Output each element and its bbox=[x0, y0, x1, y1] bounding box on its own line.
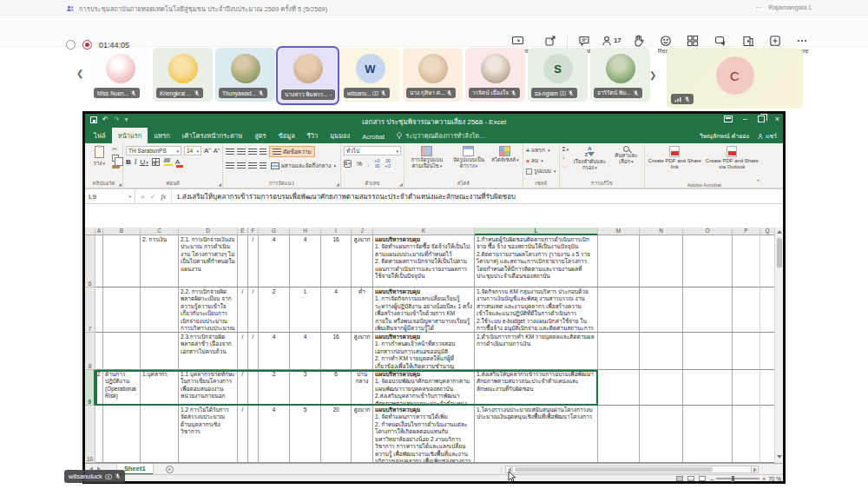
cell[interactable]: 1.ดำเนินการการทำ KM รายบุคคลและติดตามผลก… bbox=[475, 333, 598, 370]
dialog-launcher-icon[interactable]: ◢ bbox=[399, 182, 403, 187]
col-header[interactable]: J bbox=[352, 228, 373, 235]
filmstrip-next-icon[interactable]: ❯ bbox=[649, 70, 656, 80]
decrease-decimal-icon[interactable]: .00+.0 bbox=[385, 158, 390, 169]
row-header[interactable]: 10 bbox=[85, 406, 95, 463]
cell[interactable]: 3 bbox=[290, 370, 321, 406]
cell[interactable] bbox=[760, 235, 774, 287]
cell[interactable] bbox=[640, 333, 683, 370]
cell[interactable] bbox=[598, 235, 640, 287]
merge-center-button[interactable]: ผสานและจัดกึ่งกลาง bbox=[269, 160, 338, 171]
sort-filter-button[interactable]: AZ เรียงลำดับและกรอง bbox=[572, 146, 607, 171]
cell[interactable] bbox=[248, 370, 259, 406]
zoom-slider-thumb[interactable] bbox=[732, 476, 734, 482]
participant-tile-selected[interactable]: นางสาว พิมพรร... bbox=[278, 48, 338, 103]
cell-styles-button[interactable]: สไตล์เซลล์ bbox=[490, 146, 520, 163]
cell[interactable] bbox=[598, 333, 640, 370]
align-top-icon[interactable] bbox=[226, 149, 234, 155]
cell[interactable]: 20 bbox=[321, 406, 352, 463]
cell[interactable]: แผนบริหารควบคุม1. การกำหนดเจ้าหน้าที่ตรว… bbox=[373, 333, 475, 370]
col-header[interactable]: D bbox=[179, 228, 238, 235]
cell[interactable]: ต่ำ bbox=[352, 287, 373, 333]
col-header[interactable]: M bbox=[598, 228, 640, 235]
font-size-combo[interactable]: 14 bbox=[184, 146, 201, 155]
cell[interactable]: / bbox=[238, 287, 248, 333]
cell[interactable] bbox=[103, 333, 141, 370]
italic-button[interactable]: I bbox=[135, 158, 137, 166]
page-break-view-button[interactable] bbox=[699, 476, 706, 481]
row-header[interactable]: 7 bbox=[85, 287, 95, 333]
comma-icon[interactable]: , bbox=[367, 161, 369, 167]
cell[interactable]: 2 bbox=[95, 370, 103, 406]
insert-function-icon[interactable]: fx bbox=[161, 193, 166, 201]
cell[interactable] bbox=[248, 406, 259, 463]
delete-cells-button[interactable]: ×ลบ bbox=[526, 156, 556, 165]
name-box[interactable]: L9 ▾ bbox=[85, 189, 135, 203]
cell[interactable]: 16 bbox=[321, 235, 352, 287]
cell[interactable] bbox=[760, 406, 774, 463]
cell[interactable] bbox=[598, 370, 640, 406]
cell[interactable] bbox=[733, 235, 760, 287]
col-header[interactable]: P bbox=[733, 228, 760, 235]
vscroll-thumb[interactable] bbox=[777, 238, 782, 268]
format-as-table-button[interactable]: จัดรูปแบบเป็นตาราง bbox=[449, 146, 489, 169]
cell[interactable]: แผนบริหารควบคุม1. จัดทำแผนการหารายได้เพิ… bbox=[373, 406, 475, 463]
align-middle-icon[interactable] bbox=[237, 149, 246, 155]
cell[interactable]: 4 bbox=[290, 333, 321, 370]
cell[interactable] bbox=[733, 406, 760, 463]
cell[interactable]: 16 bbox=[321, 333, 352, 370]
cell[interactable] bbox=[760, 287, 774, 333]
align-right-icon[interactable] bbox=[248, 162, 257, 169]
tab-view[interactable]: มุมมอง bbox=[324, 128, 356, 143]
tab-acrobat[interactable]: Acrobat bbox=[356, 130, 391, 143]
col-header[interactable]: A bbox=[95, 228, 103, 235]
participant-tile[interactable]: Thunyawad... bbox=[215, 48, 275, 102]
cell[interactable]: ด้านการปฏิบัติงาน (Operational Risk) bbox=[103, 370, 141, 406]
vertical-scrollbar[interactable] bbox=[774, 228, 783, 463]
fill-down-icon[interactable]: ↓ bbox=[562, 154, 569, 160]
increase-decimal-icon[interactable]: +.0.00 bbox=[374, 158, 379, 169]
col-header[interactable]: E bbox=[238, 228, 248, 235]
scrollbar-splitter[interactable]: ⋮ bbox=[498, 466, 503, 472]
cell[interactable] bbox=[733, 333, 760, 370]
zoom-out-icon[interactable]: – bbox=[710, 476, 713, 482]
insert-cells-button[interactable]: +แทรก bbox=[526, 146, 556, 155]
cell[interactable] bbox=[95, 406, 103, 463]
align-center-icon[interactable] bbox=[237, 162, 246, 169]
cell[interactable]: ปานกลาง bbox=[352, 370, 373, 406]
tell-me-box[interactable]: ระบุว่าคุณต้องการทำสิ่งใด... bbox=[396, 130, 484, 143]
format-cells-button[interactable]: รูปแบบ bbox=[526, 167, 556, 175]
grow-font-icon[interactable]: Aˆ bbox=[204, 147, 211, 155]
participant-tile[interactable]: นาง กุลิษา ศ... bbox=[403, 48, 463, 102]
normal-view-button[interactable] bbox=[676, 476, 683, 481]
underline-button[interactable]: U bbox=[140, 158, 148, 166]
row-header[interactable]: 8 bbox=[85, 333, 95, 370]
cell[interactable] bbox=[640, 235, 683, 287]
participant-tile[interactable]: อาริรัตน์ พิม... bbox=[590, 48, 650, 102]
cell[interactable]: แผนบริหารควบคุม1. จัดอบรมพัฒนาศักยภาพบุค… bbox=[373, 370, 475, 406]
accounting-format-icon[interactable]: $ bbox=[344, 160, 352, 168]
restore-icon[interactable] bbox=[758, 116, 765, 122]
cell[interactable]: 2.3.การเบิกจ่ายผิดพลาดล่าช้า เนื่องจากเอ… bbox=[179, 333, 238, 370]
clear-icon[interactable]: ◡ bbox=[562, 162, 569, 169]
cell[interactable]: 2.2. การเบิกจ่ายผิดพลาดผิดระเบียบ จากควา… bbox=[179, 287, 238, 333]
cell[interactable]: 1.จัดกิจกรรม KM กลุ่มงานบริหาร ประกอบด้ว… bbox=[475, 287, 598, 333]
tab-data[interactable]: ข้อมูล bbox=[273, 128, 301, 143]
cell[interactable]: 1 bbox=[290, 287, 321, 333]
cell[interactable]: 1.กำหนดผู้รับผิดชอบติดตามการดำเนินการเบิ… bbox=[475, 235, 598, 287]
cell[interactable] bbox=[103, 235, 141, 287]
orientation-icon[interactable] bbox=[260, 149, 266, 155]
indent-icon[interactable] bbox=[260, 162, 266, 169]
align-left-icon[interactable] bbox=[226, 162, 234, 169]
autosum-icon[interactable]: Σ bbox=[562, 146, 569, 152]
fill-color-icon[interactable] bbox=[163, 158, 172, 166]
horizontal-scrollbar[interactable] bbox=[505, 466, 759, 473]
formula-input[interactable]: 1.ส่งเสริมให้บุคลากรเข้าร่วมการอบรมเพื่อ… bbox=[172, 191, 783, 202]
align-bottom-icon[interactable] bbox=[248, 149, 257, 155]
cut-icon[interactable]: ✂ bbox=[112, 146, 120, 153]
cell[interactable] bbox=[760, 333, 774, 370]
cell[interactable]: สูงมาก bbox=[352, 406, 373, 463]
zoom-level[interactable]: 70 % bbox=[768, 476, 781, 482]
number-format-combo[interactable]: ทั่วไป bbox=[344, 146, 401, 155]
cell[interactable]: แผนบริหารควบคุม1. จัดทำแผนการจัดซื้อ จัด… bbox=[373, 235, 475, 287]
cell[interactable] bbox=[683, 235, 733, 287]
